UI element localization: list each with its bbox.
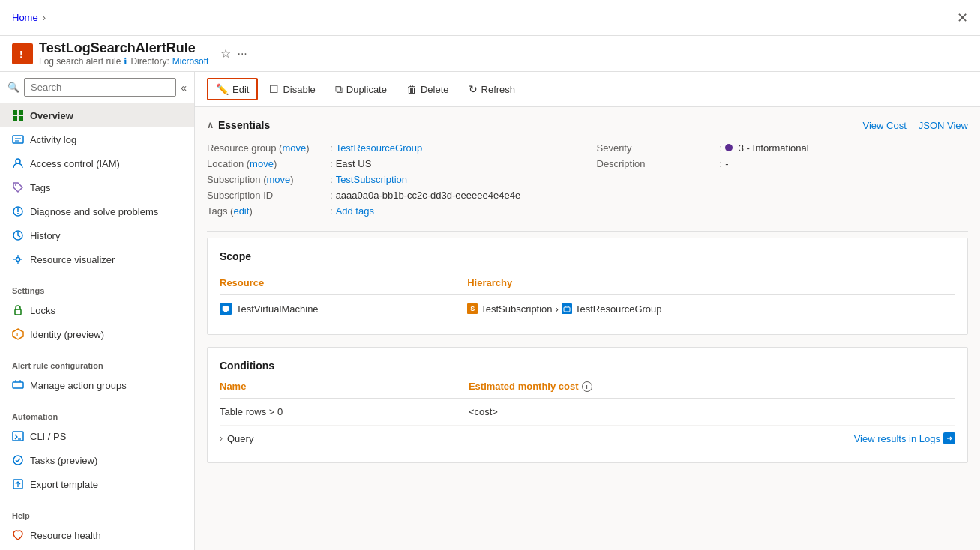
svg-rect-32 — [224, 311, 227, 312]
sub-value-link[interactable]: TestSubscription — [336, 174, 407, 185]
sidebar-item-tasks[interactable]: Tasks (preview) — [0, 448, 194, 472]
alert-section-label: Alert rule configuration — [0, 352, 194, 373]
essentials-row-subid: Subscription ID : aaaa0a0a-bb1b-cc2c-dd3… — [207, 187, 579, 203]
scope-vm-name: TestVirtualMachine — [236, 303, 319, 315]
scroll-indicator-down: ▼ — [0, 547, 194, 550]
sidebar-item-label: Export template — [30, 479, 98, 490]
sidebar-item-label: History — [30, 230, 60, 241]
resource-title: TestLogSearchAlertRule — [39, 40, 208, 56]
hierarchy-sub: TestSubscription — [481, 303, 552, 315]
sidebar-item-label: Tags — [30, 182, 50, 193]
sidebar-item-label: Locks — [30, 305, 55, 316]
sidebar-item-visualizer[interactable]: Resource visualizer — [0, 247, 194, 271]
scope-title: Scope — [220, 250, 955, 262]
directory-name: Microsoft — [172, 56, 209, 67]
help-section-label: Help — [0, 502, 194, 523]
sidebar-item-export[interactable]: Export template — [0, 472, 194, 496]
breadcrumb-chevron: › — [43, 12, 46, 23]
history-icon — [12, 229, 24, 241]
sidebar-item-label: Identity (preview) — [30, 329, 104, 340]
export-icon — [12, 478, 24, 490]
sidebar-item-overview[interactable]: Overview — [0, 103, 194, 127]
delete-icon: 🗑 — [406, 83, 417, 95]
sidebar-item-locks[interactable]: Locks — [0, 298, 194, 322]
query-chevron-icon[interactable]: › — [220, 433, 223, 444]
conditions-card: Conditions Name Estimated monthly cost i — [207, 347, 968, 463]
svg-rect-2 — [13, 110, 17, 115]
query-left: › Query — [220, 433, 253, 444]
delete-button[interactable]: 🗑 Delete — [398, 79, 457, 100]
tags-label: Tags (edit) — [207, 205, 327, 217]
location-label: Location (move) — [207, 158, 327, 169]
severity-value: 3 - Informational — [725, 142, 809, 154]
sidebar-item-identity[interactable]: i Identity (preview) — [0, 322, 194, 346]
scope-hierarchy: S TestSubscription › — [467, 303, 955, 315]
sidebar-item-label: Manage action groups — [30, 380, 127, 391]
svg-point-9 — [16, 159, 20, 163]
cost-info-icon[interactable]: i — [582, 381, 592, 392]
scope-row: TestVirtualMachine S TestSubscription › — [220, 295, 955, 323]
resource-title-block: TestLogSearchAlertRule Log search alert … — [39, 40, 208, 67]
sidebar-item-label: Tasks (preview) — [30, 455, 97, 466]
hierarchy-rg: TestResourceGroup — [575, 303, 662, 315]
sidebar-item-label: Activity log — [30, 134, 76, 145]
sidebar-item-iam[interactable]: Access control (IAM) — [0, 151, 194, 175]
json-view-link[interactable]: JSON View — [919, 120, 968, 131]
view-cost-link[interactable]: View Cost — [862, 120, 906, 131]
essentials-title: ∧ Essentials — [207, 119, 270, 131]
vm-icon — [220, 303, 232, 315]
search-input[interactable] — [24, 78, 176, 97]
edit-button[interactable]: ✏️ Edit — [207, 78, 258, 100]
disable-icon: ☐ — [269, 83, 279, 95]
sub-value: TestSubscription — [336, 174, 407, 185]
breadcrumb: Home › — [12, 12, 47, 23]
identity-icon: i — [12, 328, 24, 340]
favorite-button[interactable]: ☆ — [220, 46, 231, 61]
hierarchy-arrow: › — [556, 303, 559, 315]
add-tags-link[interactable]: Add tags — [336, 205, 374, 217]
duplicate-icon: ⧉ — [335, 83, 343, 96]
subid-label: Subscription ID — [207, 190, 327, 201]
sidebar-item-resource-health[interactable]: Resource health — [0, 523, 194, 547]
conditions-title: Conditions — [220, 360, 955, 372]
directory-label: Directory: — [130, 56, 169, 67]
sidebar-item-diagnose[interactable]: Diagnose and solve problems — [0, 199, 194, 223]
subscription-icon: S — [467, 303, 478, 314]
sidebar-item-activity-log[interactable]: Activity log — [0, 127, 194, 151]
sidebar-item-tags[interactable]: Tags — [0, 175, 194, 199]
tags-edit-link[interactable]: edit — [233, 205, 249, 217]
rg-move-link[interactable]: move — [282, 142, 306, 154]
essentials-collapse-icon[interactable]: ∧ — [207, 120, 214, 130]
overview-icon — [12, 109, 24, 121]
info-icon: ℹ — [124, 56, 127, 67]
sidebar-item-label: Access control (IAM) — [30, 158, 120, 169]
close-button[interactable]: ✕ — [957, 10, 968, 26]
sidebar-item-cli[interactable]: CLI / PS — [0, 424, 194, 448]
sidebar-item-label: Diagnose and solve problems — [30, 206, 158, 217]
refresh-button[interactable]: ↻ Refresh — [460, 79, 524, 100]
sidebar-collapse-button[interactable]: « — [181, 82, 187, 94]
duplicate-button[interactable]: ⧉ Duplicate — [327, 79, 395, 100]
svg-rect-4 — [13, 116, 17, 121]
essentials-row-sub: Subscription (move) : TestSubscription — [207, 172, 579, 187]
view-results-link[interactable]: View results in Logs — [854, 432, 955, 444]
scope-table: Resource Hierarchy — [220, 271, 955, 322]
essentials-row-tags: Tags (edit) : Add tags — [207, 203, 579, 219]
rg-value-link[interactable]: TestResourceGroup — [336, 142, 423, 154]
svg-rect-23 — [13, 382, 23, 388]
location-move-link[interactable]: move — [250, 158, 274, 169]
breadcrumb-home[interactable]: Home — [12, 12, 38, 23]
disable-button[interactable]: ☐ Disable — [261, 79, 323, 100]
health-icon — [12, 529, 24, 541]
severity-label: Severity — [597, 142, 717, 154]
sidebar-item-manage-action[interactable]: Manage action groups — [0, 373, 194, 397]
severity-dot — [725, 144, 733, 151]
more-options-button[interactable]: ··· — [237, 47, 247, 61]
resource-subtitle: Log search alert rule ℹ Directory: Micro… — [39, 56, 208, 67]
sub-move-link[interactable]: move — [266, 174, 290, 185]
visualizer-icon — [12, 253, 24, 265]
svg-rect-33 — [564, 307, 570, 312]
search-icon: 🔍 — [7, 82, 19, 93]
resource-group-icon — [562, 303, 572, 314]
sidebar-item-history[interactable]: History — [0, 223, 194, 247]
